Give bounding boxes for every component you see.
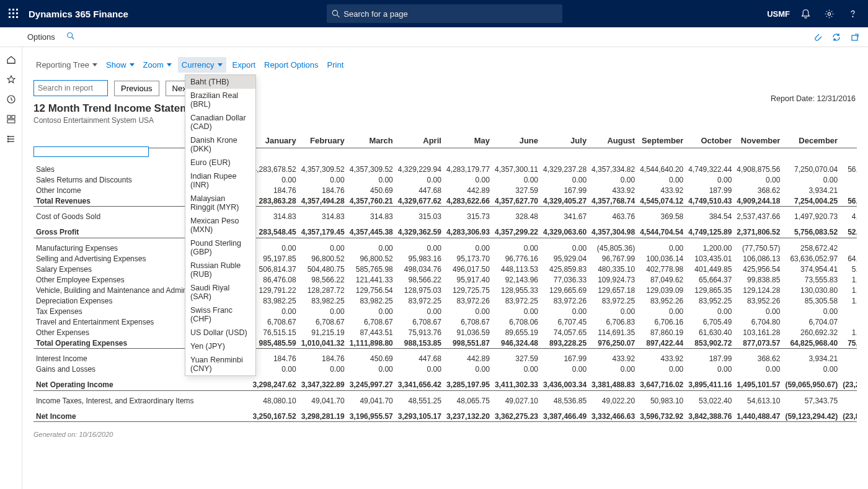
global-search-input[interactable]	[343, 9, 557, 19]
column-header: August	[589, 133, 637, 148]
cell-value: 95,983.16	[396, 253, 444, 264]
refresh-icon[interactable]	[827, 28, 846, 47]
cell-value: 0.00	[840, 306, 857, 316]
currency-option[interactable]: Malaysian Ringgit (MYR)	[185, 192, 255, 214]
cell-value: 4,283,678.52	[250, 164, 299, 174]
previous-button[interactable]: Previous	[114, 81, 159, 96]
row-label: Net Operating Income	[33, 380, 250, 391]
cell-value: 3,196,955.57	[347, 411, 396, 422]
cell-value: 167.99	[541, 354, 589, 364]
cell-value: 258,672.42	[782, 243, 840, 253]
home-icon[interactable]	[0, 50, 22, 70]
svg-point-23	[7, 136, 9, 137]
column-header: November	[734, 133, 782, 148]
environment-label[interactable]: USMF	[767, 9, 790, 19]
export-button[interactable]: Export	[230, 58, 259, 71]
currency-dropdown[interactable]: Currency	[178, 57, 226, 73]
currency-option[interactable]: Pound Sterling (GBP)	[185, 236, 255, 259]
settings-icon[interactable]	[817, 0, 841, 27]
table-row: Total Revenues283,863.284,357,494.284,35…	[33, 195, 857, 207]
recent-icon[interactable]	[0, 89, 22, 109]
currency-option[interactable]: Yuan Renminbi (CNY)	[185, 353, 255, 375]
currency-option[interactable]: Yen (JPY)	[185, 339, 255, 353]
cell-value: 4,329,237.28	[541, 164, 589, 174]
cell-value: 103,435.01	[686, 253, 734, 264]
cell-value: 96,800.52	[347, 253, 396, 264]
cell-value: 54,613.10	[734, 395, 782, 406]
cell-value: 3,934.21	[782, 185, 840, 195]
help-icon[interactable]	[841, 0, 864, 27]
cell-value: 853,902.72	[686, 338, 734, 349]
cell-value: 83,952.26	[734, 295, 782, 306]
table-row: Vehicle, Building and Maintenance and Ad…	[33, 285, 857, 295]
currency-option[interactable]: Brazilian Real (BRL)	[185, 89, 255, 111]
cell-value: 4,357,179.45	[299, 227, 347, 238]
page-search-icon[interactable]	[66, 32, 75, 42]
currency-option[interactable]: Baht (THB)	[185, 75, 255, 89]
cell-selection[interactable]	[33, 146, 149, 157]
currency-option[interactable]: Euro (EUR)	[185, 156, 255, 169]
currency-option[interactable]: Saudi Riyal (SAR)	[185, 281, 255, 303]
cell-value: 77,036.33	[541, 274, 589, 285]
cell-value: 95,197.85	[250, 253, 299, 264]
cell-value: 0.00	[444, 364, 492, 375]
cell-value: 63,636,052.97	[782, 253, 840, 264]
table-row: Manufacturing Expenses0.000.000.000.000.…	[33, 243, 857, 253]
app-launcher-icon[interactable]	[0, 0, 27, 27]
cell-value: 0.00	[782, 174, 840, 185]
workspace-icon[interactable]	[0, 109, 22, 129]
currency-option[interactable]: Danish Krone (DKK)	[185, 133, 255, 156]
cell-value: 96,767.99	[589, 253, 637, 264]
currency-option[interactable]: US Dollar (USD)	[185, 326, 255, 339]
svg-rect-3	[9, 12, 11, 14]
svg-rect-28	[852, 35, 857, 40]
options-tab[interactable]: Options	[27, 32, 55, 42]
cell-value: 3,250,167.52	[250, 411, 299, 422]
cell-value: 0.00	[686, 174, 734, 185]
popout-icon[interactable]	[846, 28, 864, 47]
cell-value: 0.00	[734, 364, 782, 375]
cell-value: 80,486.21	[840, 316, 857, 327]
currency-option[interactable]: Russian Ruble (RUB)	[185, 259, 255, 281]
cell-value: 4,909,244.18	[734, 195, 782, 207]
show-dropdown[interactable]: Show	[104, 58, 137, 71]
cell-value: 0.00	[637, 243, 686, 253]
cell-value: 498,034.76	[396, 264, 444, 274]
cell-value: 98,566.22	[299, 274, 347, 285]
currency-option[interactable]: Indian Rupee (INR)	[185, 169, 255, 192]
attach-icon[interactable]	[808, 28, 827, 47]
svg-point-24	[7, 138, 9, 140]
cell-value: 314.83	[250, 212, 299, 222]
cell-value: 3,411,302.33	[492, 380, 541, 391]
global-search[interactable]	[327, 4, 562, 23]
notifications-icon[interactable]	[794, 0, 817, 27]
cell-value: 61,630.40	[686, 327, 734, 338]
cell-value: 184.76	[250, 354, 299, 364]
cell-value: 3,387,466.49	[541, 411, 589, 422]
currency-option[interactable]: Swiss Franc (CHF)	[185, 303, 255, 326]
cell-value: 109,924.73	[589, 274, 637, 285]
cell-value: 6,706.83	[589, 316, 637, 327]
column-header: January	[250, 133, 299, 148]
print-button[interactable]: Print	[325, 58, 347, 71]
zoom-dropdown[interactable]: Zoom	[141, 58, 174, 71]
cell-value: 0.00	[840, 364, 857, 375]
cell-value: 6,705.49	[686, 316, 734, 327]
cell-value: 425,859.83	[541, 264, 589, 274]
cell-value: 0.00	[589, 174, 637, 185]
favorites-icon[interactable]	[0, 70, 22, 89]
cell-value: 368.62	[734, 185, 782, 195]
currency-option[interactable]: Mexican Peso (MXN)	[185, 214, 255, 236]
report-options-button[interactable]: Report Options	[262, 58, 321, 71]
report-subtitle: Contoso Entertainment System USA	[33, 116, 857, 125]
report-search-input[interactable]	[33, 80, 108, 96]
modules-icon[interactable]	[0, 129, 22, 149]
cell-value: 0.00	[782, 306, 840, 316]
cell-value: 103,161.28	[734, 327, 782, 338]
reporting-tree-dropdown[interactable]: Reporting Tree	[33, 58, 100, 71]
cell-value: 314.83	[347, 212, 396, 222]
cell-value: 4,908,875.56	[734, 164, 782, 174]
currency-option[interactable]: Canadian Dollar (CAD)	[185, 111, 255, 133]
left-rail	[0, 27, 22, 489]
report-content: Reporting Tree Show Zoom Currency Export…	[22, 47, 868, 489]
